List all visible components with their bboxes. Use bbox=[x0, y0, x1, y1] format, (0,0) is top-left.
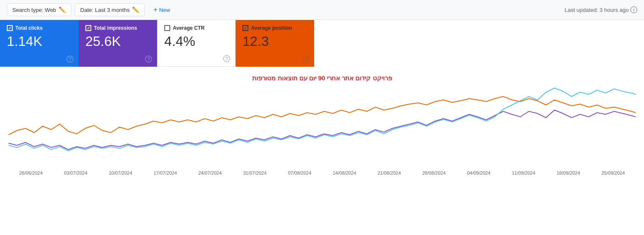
edit-icon: ✏️ bbox=[59, 6, 66, 13]
position-help-icon[interactable]: ? bbox=[302, 56, 309, 62]
date-filter[interactable]: Date: Last 3 months ✏️ bbox=[75, 3, 145, 16]
x-label-1: 03/07/2024 bbox=[53, 170, 98, 176]
position-header: ✓ Average position bbox=[242, 25, 307, 31]
ctr-checkbox[interactable] bbox=[164, 25, 170, 31]
ctr-label: Average CTR bbox=[173, 25, 205, 31]
x-label-13: 25/09/2024 bbox=[591, 170, 636, 176]
new-button[interactable]: + New bbox=[148, 3, 175, 16]
position-value: 12.3 bbox=[242, 34, 307, 48]
x-label-10: 04/09/2024 bbox=[456, 170, 501, 176]
x-axis: 26/06/2024 03/07/2024 10/07/2024 17/07/2… bbox=[8, 169, 636, 176]
metric-average-position[interactable]: ✓ Average position 12.3 ? bbox=[236, 20, 314, 67]
impressions-help-icon[interactable]: ? bbox=[145, 56, 152, 62]
chart-annotation: פרויקט קידום אתר אחרי 90 יום עם תוצאות מ… bbox=[8, 74, 636, 82]
impressions-label: Total impressions bbox=[94, 25, 137, 31]
info-icon: i bbox=[630, 6, 637, 13]
edit-icon-date: ✏️ bbox=[132, 6, 139, 13]
impressions-value: 25.6K bbox=[85, 34, 150, 48]
date-label: Date: Last 3 months bbox=[80, 7, 129, 13]
chart-area: פרויקט קידום אתר אחרי 90 יום עם תוצאות מ… bbox=[0, 67, 644, 180]
impressions-header: ✓ Total impressions bbox=[85, 25, 150, 31]
x-label-4: 24/07/2024 bbox=[188, 170, 233, 176]
x-label-6: 07/08/2024 bbox=[277, 170, 322, 176]
ctr-help-icon[interactable]: ? bbox=[223, 55, 230, 62]
metric-total-impressions[interactable]: ✓ Total impressions 25.6K ? bbox=[79, 20, 157, 67]
ctr-value: 4.4% bbox=[164, 34, 228, 48]
blue-line bbox=[8, 88, 636, 151]
x-label-7: 14/08/2024 bbox=[322, 170, 367, 176]
x-label-11: 11/09/2024 bbox=[501, 170, 546, 176]
clicks-checkbox[interactable]: ✓ bbox=[7, 25, 13, 31]
x-label-5: 31/07/2024 bbox=[233, 170, 278, 176]
x-label-8: 21/08/2024 bbox=[367, 170, 412, 176]
position-checkbox[interactable]: ✓ bbox=[242, 25, 248, 31]
x-label-12: 18/09/2024 bbox=[546, 170, 591, 176]
x-label-3: 17/07/2024 bbox=[143, 170, 188, 176]
new-label: New bbox=[159, 7, 170, 13]
impressions-checkbox[interactable]: ✓ bbox=[85, 25, 91, 31]
search-type-filter[interactable]: Search type: Web ✏️ bbox=[7, 3, 71, 16]
metric-average-ctr[interactable]: Average CTR 4.4% ? bbox=[157, 20, 236, 67]
x-label-9: 28/08/2024 bbox=[412, 170, 457, 176]
clicks-value: 1.14K bbox=[7, 34, 72, 48]
metric-total-clicks[interactable]: ✓ Total clicks 1.14K ? bbox=[0, 20, 79, 67]
clicks-header: ✓ Total clicks bbox=[7, 25, 72, 31]
clicks-label: Total clicks bbox=[15, 25, 42, 31]
plus-icon: + bbox=[153, 6, 157, 14]
purple-line bbox=[8, 110, 636, 150]
x-label-0: 26/06/2024 bbox=[8, 170, 53, 176]
last-updated: Last updated: 3 hours ago i bbox=[565, 6, 637, 13]
x-label-2: 10/07/2024 bbox=[98, 170, 143, 176]
chart-svg bbox=[8, 84, 636, 169]
chart-container bbox=[8, 84, 636, 169]
metrics-row: ✓ Total clicks 1.14K ? ✓ Total impressio… bbox=[0, 20, 644, 67]
search-type-label: Search type: Web bbox=[12, 7, 56, 13]
clicks-help-icon[interactable]: ? bbox=[67, 56, 73, 62]
position-label: Average position bbox=[251, 25, 292, 31]
top-bar: Search type: Web ✏️ Date: Last 3 months … bbox=[0, 0, 644, 20]
ctr-header: Average CTR bbox=[164, 25, 228, 31]
last-updated-text: Last updated: 3 hours ago bbox=[565, 7, 629, 13]
